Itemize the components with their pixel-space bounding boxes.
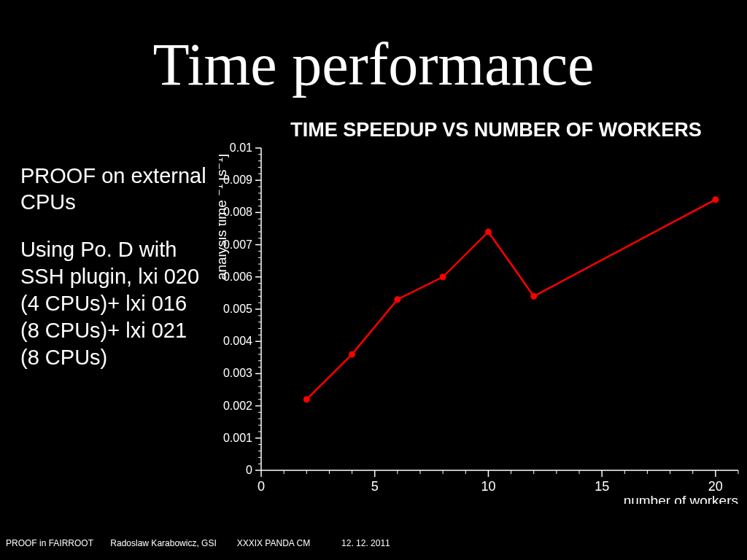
footer-date: 12. 12. 2011: [341, 538, 422, 548]
svg-text:0.01: 0.01: [230, 141, 252, 154]
svg-text:0.003: 0.003: [223, 367, 252, 379]
footer-author: Radoslaw Karabowicz, GSI: [110, 538, 234, 548]
data-point: [485, 228, 492, 235]
y-axis-label: analysis time ⁻¹ [s⁻¹]: [219, 154, 229, 280]
svg-text:0: 0: [258, 479, 265, 494]
svg-text:10: 10: [481, 479, 495, 494]
svg-text:number of workers: number of workers: [624, 493, 738, 504]
slide-title: Time performance: [0, 31, 747, 99]
svg-text:0: 0: [246, 464, 252, 476]
svg-text:15: 15: [595, 479, 609, 494]
sidebar-line-1: PROOF on external CPUs: [20, 163, 210, 216]
series-line: [306, 200, 716, 400]
svg-text:0.004: 0.004: [223, 335, 252, 347]
footer: PROOF in FAIRROOT Radoslaw Karabowicz, G…: [0, 538, 747, 548]
data-point: [440, 273, 446, 280]
data-point: [349, 351, 355, 357]
data-point: [303, 396, 310, 402]
data-point: [394, 296, 400, 303]
footer-project: PROOF in FAIRROOT: [6, 538, 108, 548]
svg-text:0.002: 0.002: [223, 400, 252, 412]
chart-title: TIME SPEEDUP VS NUMBER OF WORKERS: [248, 119, 744, 141]
svg-text:20: 20: [708, 479, 723, 494]
data-point: [530, 293, 537, 300]
footer-meeting: XXXIX PANDA CM: [237, 538, 339, 548]
svg-text:5: 5: [371, 479, 379, 494]
svg-text:0.001: 0.001: [223, 432, 252, 444]
line-chart: 00.0010.0020.0030.0040.0050.0060.0070.00…: [219, 141, 746, 504]
svg-text:0.005: 0.005: [223, 303, 252, 315]
sidebar-line-2: Using Po. D with SSH plugin, lxi 020 (4 …: [20, 236, 210, 372]
sidebar-text: PROOF on external CPUs Using Po. D with …: [20, 163, 210, 371]
data-point: [712, 196, 719, 203]
